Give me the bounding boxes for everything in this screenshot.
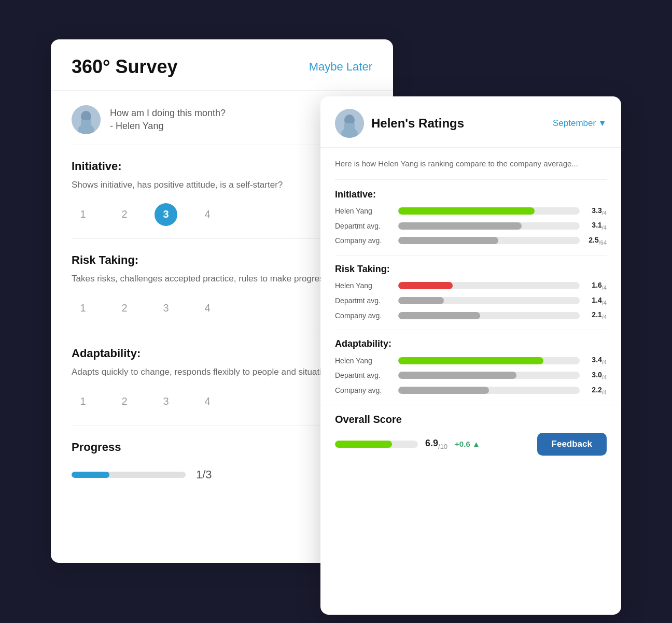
risk-helen: Helen Yang 1.6/4 (335, 281, 607, 291)
helen-title: Helen's Ratings (371, 116, 464, 131)
initiative-helen-label: Helen Yang (335, 207, 392, 215)
adapt-rating-1[interactable]: 1 (72, 390, 94, 413)
risk-ratings: Risk Taking: Helen Yang 1.6/4 Departmt a… (335, 264, 607, 320)
survey-title: 360° Survey (72, 56, 178, 78)
feedback-button[interactable]: Feedback (537, 433, 607, 456)
risk-helen-bar-bg (398, 282, 580, 289)
overall-bar-fill (335, 441, 392, 448)
risk-dept-label: Departmt avg. (335, 296, 392, 305)
maybe-later-button[interactable]: Maybe Later (309, 60, 372, 74)
progress-bar-background (72, 472, 186, 478)
risk-company-label: Company avg. (335, 312, 392, 320)
initiative-company-score: 2.5/64 (586, 236, 607, 246)
adapt-helen-bar-fill (398, 357, 543, 364)
helen-info: Helen's Ratings (335, 109, 464, 138)
initiative-dept-bar-bg (398, 222, 580, 230)
survey-question-text: How am I doing this month? (110, 107, 226, 120)
helen-description: Here is how Helen Yang is ranking compar… (335, 158, 607, 180)
initiative-company: Company avg. 2.5/64 (335, 236, 607, 246)
divider-1 (335, 255, 607, 256)
initiative-dept-bar-fill (398, 222, 522, 230)
initiative-helen-bar-bg (398, 207, 580, 215)
svg-rect-7 (344, 123, 355, 129)
overall-score: 6.9/10 (425, 438, 447, 450)
initiative-helen-score: 3.3/4 (586, 206, 607, 216)
progress-bar-fill (72, 472, 109, 478)
risk-rating-2[interactable]: 2 (113, 296, 136, 319)
ratings-header: Helen's Ratings September ▼ (320, 96, 621, 148)
ratings-body: Here is how Helen Yang is ranking compar… (320, 148, 621, 395)
adapt-helen-label: Helen Yang (335, 357, 392, 365)
adapt-company-bar-fill (398, 387, 489, 394)
risk-dept-score: 1.4/4 (586, 296, 607, 306)
risk-company: Company avg. 2.1/4 (335, 310, 607, 320)
overall-change: +0.6 ▲ (455, 440, 480, 448)
overall-title: Overall Score (335, 414, 607, 426)
initiative-helen-bar-fill (398, 207, 535, 215)
adapt-dept-bar-fill (398, 372, 516, 379)
initiative-dept: Departmt avg. 3.1/4 (335, 221, 607, 231)
initiative-dept-score: 3.1/4 (586, 221, 607, 231)
adapt-company-label: Company avg. (335, 386, 392, 394)
helen-avatar (335, 109, 364, 138)
rating-3-active[interactable]: 3 (155, 203, 177, 226)
progress-count: 1/3 (196, 468, 212, 482)
risk-rating-3[interactable]: 3 (155, 296, 177, 319)
ratings-card: Helen's Ratings September ▼ Here is how … (320, 96, 621, 615)
overall-row: 6.9/10 +0.6 ▲ Feedback (335, 433, 607, 456)
initiative-ratings: Initiative: Helen Yang 3.3/4 Departmt av… (335, 189, 607, 246)
adapt-company: Company avg. 2.2/4 (335, 386, 607, 395)
survey-header: 360° Survey Maybe Later (51, 39, 393, 91)
adapt-dept-bar-bg (398, 372, 580, 379)
adapt-rating-3[interactable]: 3 (155, 390, 177, 413)
risk-helen-label: Helen Yang (335, 281, 392, 290)
risk-company-bar-fill (398, 312, 480, 319)
initiative-company-label: Company avg. (335, 236, 392, 245)
risk-dept-bar-bg (398, 297, 580, 304)
adapt-dept-label: Departmt avg. (335, 371, 392, 379)
risk-dept-bar-fill (398, 297, 444, 304)
adapt-company-score: 2.2/4 (586, 386, 607, 395)
svg-rect-3 (81, 120, 91, 125)
rating-2[interactable]: 2 (113, 203, 136, 226)
risk-ratings-title: Risk Taking: (335, 264, 607, 275)
adapt-rating-2[interactable]: 2 (113, 390, 136, 413)
initiative-ratings-title: Initiative: (335, 189, 607, 200)
initiative-helen: Helen Yang 3.3/4 (335, 206, 607, 216)
rating-4[interactable]: 4 (196, 203, 219, 226)
risk-helen-score: 1.6/4 (586, 281, 607, 291)
adapt-rating-4[interactable]: 4 (196, 390, 219, 413)
risk-company-score: 2.1/4 (586, 310, 607, 320)
risk-rating-4[interactable]: 4 (196, 296, 219, 319)
risk-company-bar-bg (398, 312, 580, 319)
adapt-helen-bar-bg (398, 357, 580, 364)
adapt-helen: Helen Yang 3.4/4 (335, 356, 607, 365)
initiative-company-bar-fill (398, 237, 498, 244)
adapt-company-bar-bg (398, 387, 580, 394)
initiative-company-bar-bg (398, 237, 580, 244)
month-dropdown[interactable]: September ▼ (553, 118, 607, 129)
adapt-dept: Departmt avg. 3.0/4 (335, 371, 607, 380)
risk-dept: Departmt avg. 1.4/4 (335, 296, 607, 306)
overall-section: Overall Score 6.9/10 +0.6 ▲ Feedback (320, 405, 621, 466)
divider-2 (335, 330, 607, 330)
adaptability-ratings-title: Adaptability: (335, 338, 607, 349)
survey-question-name: - Helen Yang (110, 120, 226, 133)
adapt-dept-score: 3.0/4 (586, 371, 607, 380)
risk-helen-bar-fill (398, 282, 453, 289)
adapt-helen-score: 3.4/4 (586, 356, 607, 365)
rating-1[interactable]: 1 (72, 203, 94, 226)
chevron-down-icon: ▼ (598, 118, 607, 129)
adaptability-ratings: Adaptability: Helen Yang 3.4/4 Departmt … (335, 338, 607, 395)
survey-question: How am I doing this month? - Helen Yang (110, 107, 226, 133)
month-label: September (553, 118, 596, 129)
overall-bar-background (335, 441, 418, 448)
initiative-dept-label: Departmt avg. (335, 222, 392, 230)
risk-rating-1[interactable]: 1 (72, 296, 94, 319)
user-avatar (72, 105, 101, 134)
